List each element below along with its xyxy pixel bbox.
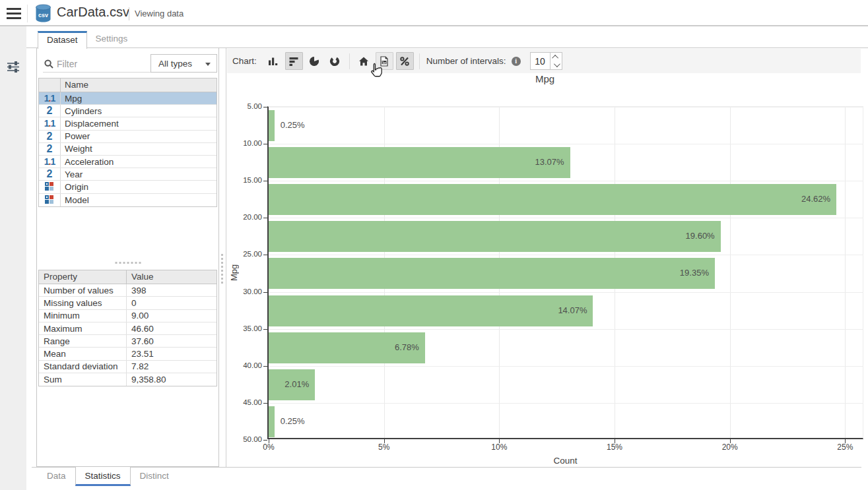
vertical-splitter-handle[interactable] [221,254,223,284]
y-axis-tick-label: 35.00 [228,324,262,332]
stat-property: Sum [39,373,127,386]
sliders-icon[interactable] [6,59,20,77]
donut-chart-button[interactable] [326,52,344,70]
percent-button[interactable] [396,52,414,70]
tab-dataset[interactable]: Dataset [38,31,87,49]
histogram-bar[interactable] [269,258,715,289]
histogram-bar[interactable] [269,184,836,215]
column-row-displacement[interactable]: 1.1Displacement [39,117,217,130]
property-column-header: Property [39,270,127,284]
stat-row: Range37.60 [39,335,217,348]
tab-distinct[interactable]: Distinct [131,468,178,486]
donut-chart-icon [329,56,340,67]
column-row-mpg[interactable]: 1.1Mpg [39,92,217,105]
bar-value-label: 14.07% [558,305,587,315]
column-row-model[interactable]: Model [39,194,217,206]
horizontal-gridline [269,107,863,107]
y-axis-tick-label: 20.00 [228,213,262,221]
horizontal-splitter-handle[interactable] [115,262,141,264]
bar-value-label: 19.35% [680,268,709,278]
x-axis-tick-label: 5% [378,443,389,452]
tab-data[interactable]: Data [38,468,75,486]
info-icon[interactable]: i [512,57,521,66]
integer-type-icon: 2 [47,169,53,179]
y-axis-tick-label: 30.00 [228,288,262,295]
bar-value-label: 19.60% [686,231,715,241]
histogram-bar[interactable] [269,147,570,178]
header-divider [129,7,129,20]
view-mode-label: Viewing data [135,9,184,18]
statistics-table: Property Value Number of values398Missin… [38,270,217,386]
export-image-button[interactable] [376,52,393,70]
category-type-icon [45,195,55,205]
horizontal-gridline [269,366,863,367]
spinner-down-icon[interactable] [554,61,560,67]
statistics-table-header: Property Value [39,270,217,284]
stat-value: 0 [127,298,137,308]
view-tabs: DataStatisticsDistinct [38,468,178,486]
chart-plot-area[interactable]: 0%5%10%15%20%25%5.0010.0015.0020.0025.00… [267,106,863,439]
tab-statistics[interactable]: Statistics [75,467,131,486]
csv-database-icon: csv [34,3,52,26]
column-row-cylinders[interactable]: 2Cylinders [39,105,217,117]
column-chart-button[interactable] [265,52,283,70]
y-axis-tick-label: 50.00 [228,435,262,443]
columns-table: Name 1.1Mpg2Cylinders1.1Displacement2Pow… [38,78,217,207]
type-filter-value: All types [158,59,192,69]
home-icon [358,56,369,67]
column-row-weight[interactable]: 2Weight [39,143,217,156]
stat-value: 9,358.80 [127,375,166,384]
spinner-up-icon[interactable] [552,55,558,61]
type-filter-select[interactable]: All types [150,54,217,73]
left-rail [0,26,26,490]
histogram-bar[interactable] [269,295,593,326]
hamburger-menu-icon[interactable] [7,8,21,19]
y-axis-tick-label: 10.00 [228,139,262,147]
percent-icon [399,56,410,67]
chevron-down-icon [205,63,211,66]
stat-property: Mean [39,348,127,359]
filter-input[interactable] [57,59,143,69]
tab-settings[interactable]: Settings [87,31,137,49]
chart-title: Mpg [226,73,863,84]
column-row-power[interactable]: 2Power [39,131,217,143]
y-axis-tick [263,292,267,293]
y-axis-tick [263,255,267,255]
intervals-input[interactable] [530,52,551,70]
dataset-side-panel: All types Name 1.1Mpg2Cylinders1.1Displa… [36,48,219,467]
stat-row: Mean23.51 [39,348,217,360]
horizontal-gridline [269,329,863,330]
histogram-bar[interactable] [269,221,721,252]
column-row-year[interactable]: 2Year [39,168,217,181]
horizontal-bar-chart-button[interactable] [285,52,303,70]
y-axis-tick [263,107,267,107]
stat-value: 9.00 [127,311,149,321]
column-row-origin[interactable]: Origin [39,181,217,193]
chart-toolbar-label: Chart: [232,56,257,66]
column-name: Displacement [61,119,119,129]
column-name: Cylinders [61,106,102,116]
stat-property: Maximum [39,322,127,334]
stat-row: Missing values0 [39,297,217,309]
float-type-icon: 1.1 [44,157,55,166]
y-axis-tick [263,440,267,441]
type-column-header [39,78,61,92]
histogram-bar[interactable] [269,406,275,437]
column-row-acceleration[interactable]: 1.1Acceleration [39,156,217,168]
horizontal-gridline [269,292,863,293]
stat-property: Range [39,335,127,347]
spinner-arrows[interactable] [551,52,562,70]
column-name: Mpg [61,94,82,104]
header-bar: csv CarData.csv Viewing data [0,0,868,26]
histogram-bar[interactable] [269,110,275,141]
home-button[interactable] [355,52,373,70]
stat-row: Sum9,358.80 [39,373,217,386]
intervals-spinner [530,52,562,70]
name-column-header: Name [61,78,88,92]
y-axis-tick-label: 15.00 [228,176,262,184]
x-axis-tick-label: 25% [837,443,853,452]
pie-chart-button[interactable] [306,52,323,70]
stat-row: Standard deviation7.82 [39,361,217,373]
y-axis-tick [263,144,267,144]
column-name: Weight [61,144,92,154]
